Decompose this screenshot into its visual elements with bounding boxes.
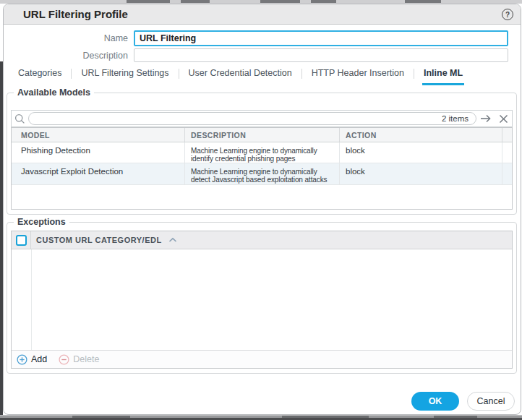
delete-button-label: Delete bbox=[73, 354, 99, 364]
tab-separator bbox=[179, 69, 179, 79]
select-all-column bbox=[12, 231, 31, 249]
ok-button[interactable]: OK bbox=[411, 392, 459, 411]
table-row-phishing-detection[interactable]: Phishing Detection Machine Learning engi… bbox=[12, 142, 512, 163]
sort-ascending-icon bbox=[168, 237, 177, 243]
search-pill: 2 items bbox=[28, 112, 476, 125]
column-header-action[interactable]: ACTION bbox=[339, 128, 502, 142]
tab-separator bbox=[414, 69, 414, 79]
model-cell: Phishing Detection bbox=[12, 142, 184, 163]
available-models-legend: Available Models bbox=[14, 87, 94, 98]
delete-button[interactable]: Delete bbox=[59, 354, 99, 365]
items-count-badge: 2 items bbox=[442, 114, 476, 123]
help-icon[interactable]: ? bbox=[502, 9, 513, 20]
action-cell[interactable]: block bbox=[339, 142, 502, 163]
background-page-bottom bbox=[0, 415, 522, 420]
action-cell[interactable]: block bbox=[339, 163, 502, 184]
exceptions-table: CUSTOM URL CATEGORY/EDL Add Delete bbox=[11, 231, 513, 369]
dialog-title: URL Filtering Profile bbox=[23, 8, 128, 20]
table-row-javascript-exploit-detection[interactable]: Javascript Exploit Detection Machine Lea… bbox=[12, 163, 512, 185]
tab-separator bbox=[301, 69, 302, 79]
description-label: Description bbox=[4, 51, 134, 61]
url-filtering-profile-dialog: URL Filtering Profile ? Name Description… bbox=[3, 4, 521, 415]
description-row: Description bbox=[4, 48, 508, 62]
exceptions-legend: Exceptions bbox=[14, 217, 69, 228]
tab-categories[interactable]: Categories bbox=[17, 68, 63, 85]
apply-filter-icon[interactable] bbox=[480, 114, 492, 123]
models-table-header: MODEL DESCRIPTION ACTION bbox=[12, 128, 512, 142]
model-cell: Javascript Exploit Detection bbox=[12, 163, 184, 184]
exceptions-table-footer: Add Delete bbox=[12, 350, 512, 368]
tab-user-credential-detection[interactable]: User Credential Detection bbox=[187, 68, 294, 85]
models-search-bar: 2 items bbox=[11, 110, 513, 127]
column-header-gutter bbox=[502, 128, 512, 142]
dialog-titlebar: URL Filtering Profile ? bbox=[4, 4, 521, 25]
available-models-section: Available Models 2 items MODEL DESCRIPTI… bbox=[7, 93, 517, 215]
tab-inline-ml[interactable]: Inline ML bbox=[422, 68, 464, 85]
search-input[interactable] bbox=[29, 113, 442, 124]
description-field[interactable] bbox=[134, 48, 508, 62]
name-label: Name bbox=[4, 33, 134, 43]
description-cell: Machine Learning engine to dynamically i… bbox=[184, 142, 339, 163]
tab-url-filtering-settings[interactable]: URL Filtering Settings bbox=[80, 68, 170, 85]
add-button-label: Add bbox=[31, 354, 47, 364]
name-field[interactable] bbox=[134, 30, 508, 46]
description-cell: Machine Learning engine to dynamically d… bbox=[184, 163, 339, 184]
cancel-button[interactable]: Cancel bbox=[467, 392, 515, 411]
profile-tabs: Categories URL Filtering Settings User C… bbox=[17, 68, 464, 85]
column-divider bbox=[31, 249, 32, 350]
select-all-checkbox[interactable] bbox=[16, 235, 27, 246]
clear-filter-icon[interactable] bbox=[499, 114, 508, 124]
models-table: MODEL DESCRIPTION ACTION Phishing Detect… bbox=[11, 127, 513, 210]
add-button[interactable]: Add bbox=[17, 354, 47, 365]
exceptions-table-body bbox=[12, 249, 512, 350]
column-header-custom-url-category[interactable]: CUSTOM URL CATEGORY/EDL bbox=[31, 236, 177, 244]
search-icon bbox=[14, 113, 25, 124]
column-header-model[interactable]: MODEL bbox=[12, 128, 184, 142]
exceptions-table-header: CUSTOM URL CATEGORY/EDL bbox=[12, 231, 512, 249]
tab-separator bbox=[71, 69, 72, 79]
exceptions-section: Exceptions CUSTOM URL CATEGORY/EDL bbox=[7, 222, 517, 374]
tab-http-header-insertion[interactable]: HTTP Header Insertion bbox=[310, 68, 406, 85]
name-row: Name bbox=[4, 30, 508, 46]
column-header-description[interactable]: DESCRIPTION bbox=[184, 128, 339, 142]
